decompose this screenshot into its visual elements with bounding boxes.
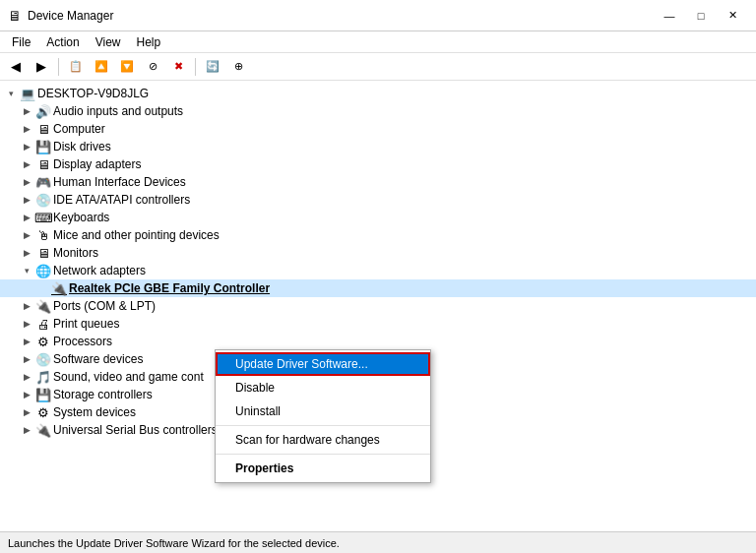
tree-item-computer[interactable]: ▶🖥Computer xyxy=(0,120,756,138)
icon-print: 🖨 xyxy=(35,316,51,332)
tree-item-disk[interactable]: ▶💾Disk drives xyxy=(0,138,756,155)
toggle-display[interactable]: ▶ xyxy=(20,157,33,171)
tree-item-keyboard[interactable]: ▶⌨Keyboards xyxy=(0,209,756,226)
toolbar-add-hardware[interactable]: ⊕ xyxy=(226,56,250,78)
toggle-software[interactable]: ▶ xyxy=(20,352,33,366)
icon-software: 💿 xyxy=(35,351,51,367)
toolbar-properties[interactable]: 📋 xyxy=(64,56,88,78)
icon-display: 🖥 xyxy=(35,156,51,172)
toggle-audio[interactable]: ▶ xyxy=(20,104,33,118)
toolbar-scan[interactable]: 🔄 xyxy=(201,56,224,78)
ctx-update-driver[interactable]: Update Driver Software... xyxy=(216,352,430,376)
toolbar-update-driver[interactable]: 🔼 xyxy=(90,56,113,78)
status-bar: Launches the Update Driver Software Wiza… xyxy=(0,531,756,553)
ctx-sep1 xyxy=(216,425,430,426)
toggle-network[interactable]: ▾ xyxy=(20,264,33,277)
icon-proc: ⚙ xyxy=(35,334,51,349)
toggle-system[interactable]: ▶ xyxy=(20,405,33,419)
label-keyboard: Keyboards xyxy=(53,211,109,224)
label-print: Print queues xyxy=(53,317,119,331)
tree-item-proc[interactable]: ▶⚙Processors xyxy=(0,333,756,350)
toggle-ide[interactable]: ▶ xyxy=(20,193,33,207)
toggle-ports[interactable]: ▶ xyxy=(20,299,33,313)
close-button[interactable]: ✕ xyxy=(717,6,748,26)
status-text: Launches the Update Driver Software Wiza… xyxy=(8,537,340,549)
tree-item-network[interactable]: ▾🌐Network adapters xyxy=(0,262,756,279)
icon-ports: 🔌 xyxy=(35,298,51,314)
label-network: Network adapters xyxy=(53,264,146,277)
toggle-proc[interactable]: ▶ xyxy=(20,335,33,348)
tree-item-monitors[interactable]: ▶🖥Monitors xyxy=(0,244,756,262)
tree-item-ports[interactable]: ▶🔌Ports (COM & LPT) xyxy=(0,297,756,315)
context-menu: Update Driver Software... Disable Uninst… xyxy=(215,349,431,483)
toggle-computer[interactable]: ▶ xyxy=(20,122,33,136)
menu-view[interactable]: View xyxy=(88,33,129,51)
ctx-uninstall[interactable]: Uninstall xyxy=(216,399,430,423)
label-hid: Human Interface Devices xyxy=(53,175,186,189)
icon-mice: 🖱 xyxy=(35,227,51,243)
tree-item-display[interactable]: ▶🖥Display adapters xyxy=(0,155,756,173)
toggle-root[interactable]: ▾ xyxy=(4,87,18,100)
toggle-monitors[interactable]: ▶ xyxy=(20,246,33,260)
toggle-mice[interactable]: ▶ xyxy=(20,228,33,242)
icon-realtek: 🔌 xyxy=(51,280,67,296)
label-proc: Processors xyxy=(53,335,112,348)
toolbar-rollback[interactable]: 🔽 xyxy=(115,56,139,78)
ctx-disable[interactable]: Disable xyxy=(216,376,430,399)
label-audio: Audio inputs and outputs xyxy=(53,104,183,118)
title-bar: 🖥 Device Manager — □ ✕ xyxy=(0,0,756,31)
toolbar: ◀ ▶ 📋 🔼 🔽 ⊘ ✖ 🔄 ⊕ xyxy=(0,53,756,81)
tree-item-realtek[interactable]: 🔌Realtek PCIe GBE Family Controller xyxy=(0,279,756,297)
label-sound: Sound, video and game cont xyxy=(53,370,204,384)
label-display: Display adapters xyxy=(53,157,141,171)
toggle-hid[interactable]: ▶ xyxy=(20,175,33,189)
tree-item-ide[interactable]: ▶💿IDE ATA/ATAPI controllers xyxy=(0,191,756,209)
icon-audio: 🔊 xyxy=(35,103,51,119)
tree-item-audio[interactable]: ▶🔊Audio inputs and outputs xyxy=(0,102,756,120)
ctx-sep2 xyxy=(216,454,430,455)
tree-item-hid[interactable]: ▶🎮Human Interface Devices xyxy=(0,173,756,191)
title-text: Device Manager xyxy=(28,9,113,23)
maximize-button[interactable]: □ xyxy=(685,6,717,26)
toggle-print[interactable]: ▶ xyxy=(20,317,33,331)
icon-root: 💻 xyxy=(20,86,35,101)
tree-item-root[interactable]: ▾💻DESKTOP-V9D8JLG xyxy=(0,85,756,102)
minimize-button[interactable]: — xyxy=(654,6,685,26)
icon-monitors: 🖥 xyxy=(35,245,51,261)
toolbar-uninstall[interactable]: ✖ xyxy=(166,56,190,78)
toggle-keyboard[interactable]: ▶ xyxy=(20,211,33,224)
icon-ide: 💿 xyxy=(35,192,51,208)
icon-keyboard: ⌨ xyxy=(35,210,51,225)
menu-file[interactable]: File xyxy=(4,33,38,51)
icon-system: ⚙ xyxy=(35,404,51,420)
title-buttons: — □ ✕ xyxy=(654,6,748,26)
toggle-disk[interactable]: ▶ xyxy=(20,140,33,154)
ctx-scan[interactable]: Scan for hardware changes xyxy=(216,428,430,452)
main-content: ▾💻DESKTOP-V9D8JLG▶🔊Audio inputs and outp… xyxy=(0,81,756,531)
toggle-storage[interactable]: ▶ xyxy=(20,388,33,401)
tree-item-print[interactable]: ▶🖨Print queues xyxy=(0,315,756,333)
label-disk: Disk drives xyxy=(53,140,111,154)
ctx-properties[interactable]: Properties xyxy=(216,457,430,480)
icon-hid: 🎮 xyxy=(35,174,51,190)
toolbar-back[interactable]: ◀ xyxy=(4,56,28,78)
icon-storage: 💾 xyxy=(35,387,51,402)
toggle-usb[interactable]: ▶ xyxy=(20,423,33,437)
label-mice: Mice and other pointing devices xyxy=(53,228,220,242)
label-software: Software devices xyxy=(53,352,143,366)
toggle-sound[interactable]: ▶ xyxy=(20,370,33,384)
label-computer: Computer xyxy=(53,122,105,136)
tree-item-mice[interactable]: ▶🖱Mice and other pointing devices xyxy=(0,226,756,244)
toolbar-disable[interactable]: ⊘ xyxy=(141,56,164,78)
label-root: DESKTOP-V9D8JLG xyxy=(37,87,149,100)
menu-action[interactable]: Action xyxy=(38,33,87,51)
label-usb: Universal Serial Bus controllers xyxy=(53,423,218,437)
label-realtek: Realtek PCIe GBE Family Controller xyxy=(69,281,270,295)
app-icon: 🖥 xyxy=(8,8,22,24)
menu-help[interactable]: Help xyxy=(129,33,169,51)
toolbar-forward[interactable]: ▶ xyxy=(30,56,53,78)
menu-bar: File Action View Help xyxy=(0,31,756,53)
label-storage: Storage controllers xyxy=(53,388,153,401)
label-monitors: Monitors xyxy=(53,246,98,260)
label-system: System devices xyxy=(53,405,136,419)
